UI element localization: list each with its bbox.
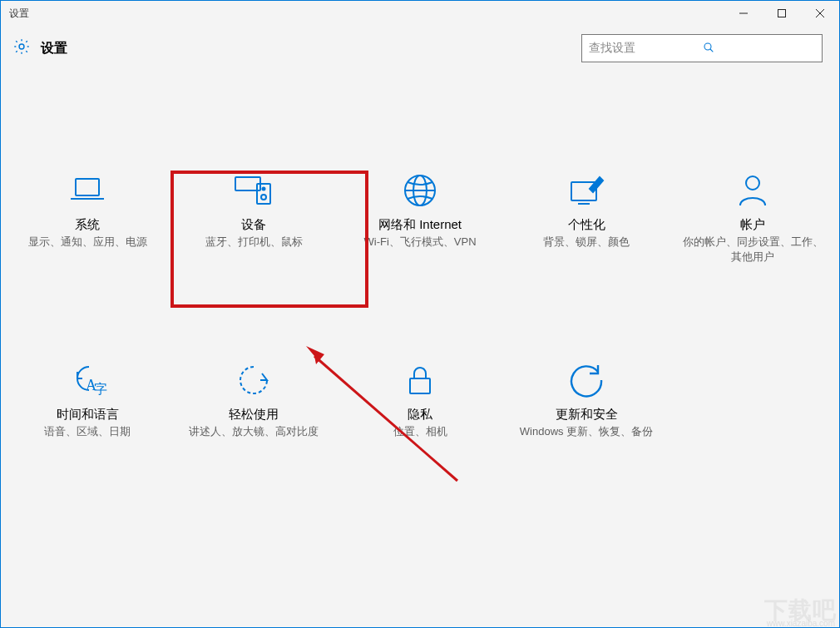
globe-icon — [395, 171, 445, 210]
svg-point-4 — [19, 44, 24, 49]
svg-line-6 — [710, 49, 713, 52]
tile-privacy[interactable]: 隐私 位置、相机 — [337, 360, 503, 439]
page-title: 设置 — [41, 40, 581, 57]
tile-accounts[interactable]: 帐户 你的帐户、同步设置、工作、其他用户 — [670, 171, 836, 265]
tile-title: 设备 — [241, 217, 266, 233]
lock-icon — [395, 360, 445, 400]
tile-system[interactable]: 系统 显示、通知、应用、电源 — [4, 171, 170, 265]
update-icon — [561, 360, 611, 400]
tile-time-language[interactable]: A 字 时间和语言 语音、区域、日期 — [4, 360, 170, 439]
svg-text:字: 字 — [94, 382, 107, 396]
tile-title: 网络和 Internet — [378, 217, 462, 233]
time-language-icon: A 字 — [62, 360, 112, 400]
search-placeholder: 查找设置 — [589, 41, 702, 56]
tile-title: 系统 — [75, 217, 100, 233]
svg-point-13 — [263, 188, 265, 190]
tile-title: 个性化 — [568, 217, 605, 233]
person-icon — [728, 171, 778, 210]
window-title: 设置 — [9, 7, 724, 21]
tile-title: 帐户 — [740, 217, 765, 233]
svg-rect-1 — [778, 10, 786, 17]
tile-desc: 你的帐户、同步设置、工作、其他用户 — [670, 235, 836, 265]
tile-title: 隐私 — [408, 407, 432, 423]
window-controls — [724, 1, 839, 26]
tile-title: 更新和安全 — [556, 407, 618, 423]
tile-ease-of-access[interactable]: 轻松使用 讲述人、放大镜、高对比度 — [170, 360, 337, 439]
tile-title: 轻松使用 — [229, 407, 279, 423]
tile-desc: 背景、锁屏、颜色 — [533, 235, 640, 250]
svg-rect-24 — [410, 378, 430, 393]
tile-desc: 蓝牙、打印机、鼠标 — [195, 235, 313, 250]
titlebar: 设置 — [1, 1, 839, 26]
search-input[interactable]: 查找设置 — [581, 34, 823, 62]
svg-point-12 — [261, 195, 266, 200]
svg-point-19 — [746, 176, 759, 190]
tile-network[interactable]: 网络和 Internet Wi-Fi、飞行模式、VPN — [337, 171, 503, 265]
tile-devices[interactable]: 设备 蓝牙、打印机、鼠标 — [170, 171, 337, 265]
tile-desc: 位置、相机 — [383, 424, 457, 439]
laptop-icon — [62, 171, 112, 210]
watermark: 下载吧 — [764, 595, 837, 626]
close-button[interactable] — [801, 1, 839, 26]
tile-personalization[interactable]: 个性化 背景、锁屏、颜色 — [503, 171, 670, 265]
gear-icon — [12, 37, 31, 59]
search-icon — [702, 41, 815, 57]
svg-point-5 — [704, 43, 711, 50]
svg-rect-7 — [76, 179, 99, 195]
tile-desc: 讲述人、放大镜、高对比度 — [179, 424, 329, 439]
devices-icon — [229, 171, 279, 210]
maximize-button[interactable] — [763, 1, 801, 26]
settings-grid: 系统 显示、通知、应用、电源 设备 蓝牙、打印机、鼠标 — [1, 171, 839, 440]
header: 设置 查找设置 — [1, 26, 839, 71]
tile-desc: Wi-Fi、飞行模式、VPN — [353, 235, 486, 250]
tile-title: 时间和语言 — [57, 407, 119, 423]
tile-desc: 显示、通知、应用、电源 — [18, 235, 157, 250]
tile-desc: 语音、区域、日期 — [34, 424, 141, 439]
watermark-sub: www.xiazaiba.com — [767, 619, 835, 628]
ease-of-access-icon — [229, 360, 279, 400]
minimize-button[interactable] — [724, 1, 763, 26]
tile-desc: Windows 更新、恢复、备份 — [510, 424, 663, 439]
personalization-icon — [561, 171, 611, 210]
tile-update-security[interactable]: 更新和安全 Windows 更新、恢复、备份 — [503, 360, 670, 439]
